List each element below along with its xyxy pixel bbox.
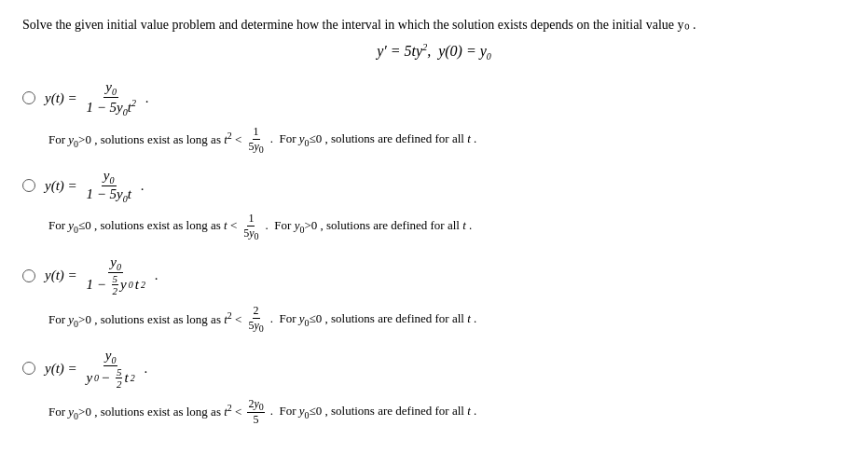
- option-d-dot: .: [141, 361, 148, 377]
- option-d-exp-part1: For y0>0 , solutions exist as long as t2…: [48, 403, 241, 421]
- option-c-cond-num: 2: [253, 304, 260, 319]
- option-b-label: y(t) =: [45, 178, 80, 194]
- option-b-exp-part1: For y0≤0 , solutions exist as long as t …: [48, 218, 237, 235]
- option-a-dot: .: [142, 90, 149, 106]
- option-a-cond-num: 1: [253, 125, 260, 140]
- option-d-exp-part2: . For y0≤0 , solutions are defined for a…: [270, 404, 477, 420]
- option-a-cond-den: 5y0: [247, 140, 264, 155]
- option-b-explanation: For y0≤0 , solutions exist as long as t …: [22, 212, 846, 241]
- option-b-dot: .: [137, 178, 145, 194]
- option-a-cond-frac: 1 5y0: [247, 125, 264, 155]
- option-c-explanation: For y0>0 , solutions exist as long as t2…: [22, 304, 846, 334]
- option-a-explanation: For y0>0 , solutions exist as long as t2…: [22, 125, 846, 155]
- option-b-block: y(t) = y0 1 − 5y0t . For y0≤0 , solution…: [22, 168, 846, 241]
- option-c-den-smallfrac: 5 2: [112, 273, 119, 296]
- option-d-block: y(t) = y0 y0 − 5 2 t2 . For y0>0 , solut…: [22, 348, 846, 427]
- option-d-den-small-num: 5: [116, 366, 123, 378]
- option-d-row: y(t) = y0 y0 − 5 2 t2 .: [22, 348, 846, 390]
- option-d-cond-den: 5: [253, 413, 260, 427]
- option-d-den-smallfrac: 5 2: [116, 366, 123, 390]
- option-a-fraction: y0 1 − 5y0t2: [84, 79, 137, 117]
- option-c-num: y0: [108, 254, 123, 273]
- option-d-den: y0 − 5 2 t2: [84, 366, 136, 390]
- option-d-den-small-den: 2: [116, 378, 123, 390]
- option-c-dot: .: [151, 268, 158, 283]
- option-a-den: 1 − 5y0t2: [84, 98, 137, 117]
- option-b-row: y(t) = y0 1 − 5y0t .: [22, 168, 846, 204]
- option-d-label: y(t) =: [45, 361, 80, 377]
- option-b-cond-den: 5y0: [242, 227, 259, 241]
- option-c-cond-den: 5y0: [247, 319, 264, 334]
- option-c-den: 1 − 5 2 y0t2: [84, 273, 146, 296]
- option-c-cond-frac: 2 5y0: [247, 304, 264, 334]
- option-b-fraction: y0 1 − 5y0t: [84, 168, 132, 204]
- option-a-num: y0: [103, 79, 118, 98]
- option-d-fraction: y0 y0 − 5 2 t2: [84, 348, 136, 390]
- option-a-solution: y(t) = y0 1 − 5y0t2 .: [45, 79, 148, 117]
- option-d-cond-frac: 2y0 5: [247, 397, 264, 427]
- option-c-block: y(t) = y0 1 − 5 2 y0t2 . For y0>0 , solu…: [22, 254, 846, 334]
- option-b-cond-frac: 1 5y0: [242, 212, 259, 241]
- option-d-radio[interactable]: [22, 362, 35, 375]
- option-b-num: y0: [102, 168, 117, 186]
- option-c-den-small-num: 5: [112, 273, 119, 285]
- option-c-fraction: y0 1 − 5 2 y0t2: [84, 254, 146, 296]
- option-c-exp-part2: . For y0≤0 , solutions are defined for a…: [270, 311, 477, 328]
- option-b-exp-part2: . For y0>0 , solutions are defined for a…: [266, 218, 473, 235]
- option-a-exp-part2: . For y0≤0 , solutions are defined for a…: [270, 131, 477, 148]
- option-d-explanation: For y0>0 , solutions exist as long as t2…: [22, 397, 846, 427]
- option-d-num: y0: [103, 348, 118, 366]
- option-a-label: y(t) =: [45, 90, 80, 106]
- option-b-cond-num: 1: [247, 212, 255, 227]
- option-b-den: 1 − 5y0t: [84, 186, 132, 204]
- option-d-cond-num: 2y0: [247, 397, 264, 413]
- option-c-label: y(t) =: [45, 268, 80, 283]
- option-c-solution: y(t) = y0 1 − 5 2 y0t2 .: [45, 254, 158, 296]
- option-b-solution: y(t) = y0 1 − 5y0t .: [45, 168, 144, 204]
- option-b-radio[interactable]: [22, 179, 35, 192]
- option-a-exp-part1: For y0>0 , solutions exist as long as t2…: [48, 130, 241, 149]
- option-a-radio[interactable]: [22, 91, 35, 104]
- option-c-row: y(t) = y0 1 − 5 2 y0t2 .: [22, 254, 846, 296]
- option-c-den-small-den: 2: [112, 285, 119, 296]
- option-a-block: y(t) = y0 1 − 5y0t2 . For y0>0 , solutio…: [22, 79, 846, 155]
- option-d-solution: y(t) = y0 y0 − 5 2 t2 .: [45, 348, 147, 390]
- equation-header: y′ = 5ty2, y(0) = y0: [22, 42, 846, 62]
- option-c-exp-part1: For y0>0 , solutions exist as long as t2…: [48, 310, 241, 329]
- problem-statement: Solve the given initial value problem an…: [22, 17, 846, 33]
- option-c-radio[interactable]: [22, 269, 35, 282]
- option-a-row: y(t) = y0 1 − 5y0t2 .: [22, 79, 846, 117]
